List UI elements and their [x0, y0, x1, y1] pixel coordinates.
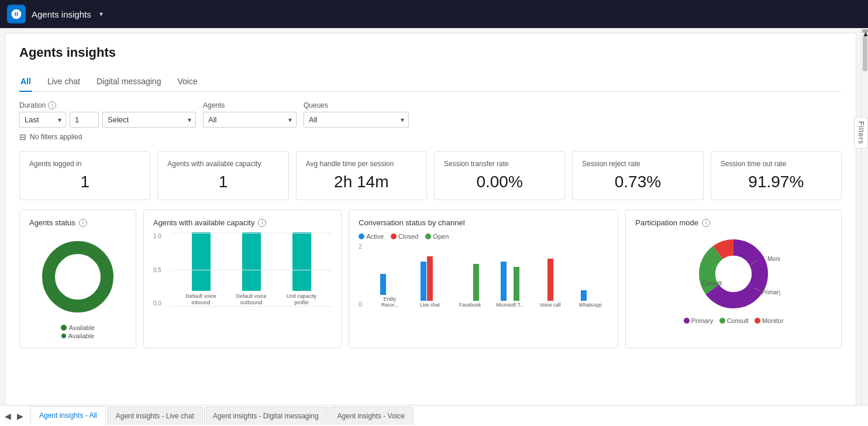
agents-label: Agents [203, 101, 297, 109]
participation-donut-svg: Monitor Consult Primary [687, 233, 780, 315]
queues-select[interactable]: All [304, 112, 409, 128]
legend-dot-monitor [755, 318, 760, 324]
kpi-avg-handle-value: 2h 14m [306, 173, 417, 191]
no-filters-bar: ⊟ No filters applied [19, 132, 842, 142]
conv-group-livechat: Live chat [412, 248, 449, 308]
conv-bar-livechat-closed [427, 256, 433, 301]
agents-select-wrapper: All [203, 112, 297, 128]
conv-label-teams: Microsoft T... [495, 302, 525, 308]
no-filters-text: No filters applied [30, 133, 82, 141]
conv-bar-teams-active [501, 262, 507, 301]
conv-bar-livechat-active [421, 262, 426, 301]
kpi-row: Agents logged in 1 Agents with available… [19, 151, 842, 200]
bottom-tab-all[interactable]: Agent insights - All [30, 406, 106, 425]
kpi-agents-logged-in-label: Agents logged in [29, 160, 140, 168]
conv-y-axis: 2 0 [359, 243, 369, 308]
tabs-bar: All Live chat Digital messaging Voice [19, 72, 842, 92]
conv-group-teams: Microsoft T... [492, 248, 529, 308]
chart-agents-capacity: Agents with available capacity i 1.0 0.5… [143, 209, 342, 348]
conv-bars-livechat [412, 248, 449, 301]
kpi-timeout-rate-value: 91.97% [721, 173, 832, 191]
duration-inputs: Last Select [19, 112, 196, 128]
conv-group-voice: Voice call [532, 248, 569, 308]
chart-capacity-info[interactable]: i [258, 219, 266, 227]
conv-group-whatsapp: WhatsApp [572, 248, 609, 308]
app-title: Agents insights [32, 9, 91, 19]
bottom-tabs-bar: ◀ ▶ Agent insights - All Agent insights … [0, 405, 868, 426]
duration-period-select[interactable]: Select [102, 112, 196, 128]
tab-voice[interactable]: Voice [176, 72, 198, 92]
participation-legend-monitor: Monitor [755, 317, 784, 324]
filters-side-tab[interactable]: Filters [854, 117, 868, 149]
conv-bars-teams [492, 248, 529, 301]
donut-agents-status: Available Available [29, 233, 126, 339]
duration-select-wrapper: Select [102, 112, 196, 128]
filter-agents: Agents All [203, 101, 297, 128]
queues-select-wrapper: All [304, 112, 409, 128]
conv-label-entity: Entity Recor... [374, 296, 405, 308]
bottom-tab-digital[interactable]: Agent insights - Digital messaging [204, 407, 328, 425]
kpi-timeout-rate: Session time out rate 91.97% [711, 151, 842, 200]
svg-point-1 [57, 256, 98, 297]
kpi-reject-rate: Session reject rate 0.73% [572, 151, 703, 200]
chart-agents-status: Agents status i Available Available [19, 209, 136, 348]
tab-all[interactable]: All [19, 72, 32, 92]
conv-bar-entity-active [380, 274, 386, 295]
conv-bar-facebook-open [473, 264, 479, 301]
kpi-agents-logged-in-value: 1 [29, 173, 140, 191]
duration-last-wrapper: Last [19, 112, 66, 128]
participation-label-consult: Consult [702, 280, 722, 287]
tab-livechat[interactable]: Live chat [46, 72, 81, 92]
donut-legend-available: Available [61, 324, 95, 331]
filters-row: Duration i Last Select [19, 101, 842, 128]
kpi-avg-handle: Avg handle time per session 2h 14m [296, 151, 427, 200]
tab-digital[interactable]: Digital messaging [95, 72, 163, 92]
chart-agents-status-title: Agents status i [29, 218, 126, 227]
conv-legend-closed: Closed [391, 233, 418, 240]
duration-info-icon[interactable]: i [48, 101, 56, 109]
bottom-nav-right[interactable]: ▶ [15, 410, 26, 422]
donut-svg-agents-status [34, 233, 122, 321]
kpi-agents-capacity: Agents with available capacity 1 [157, 151, 288, 200]
conv-bars-entity [371, 242, 408, 295]
duration-number-input[interactable] [70, 112, 99, 128]
page-title: Agents insights [19, 45, 842, 60]
conv-bars-facebook [452, 248, 488, 301]
duration-label: Duration i [19, 101, 196, 109]
queues-label: Queues [304, 101, 409, 109]
conv-group-facebook: Facebook [452, 248, 488, 308]
duration-last-select[interactable]: Last [19, 112, 66, 128]
participation-legend-consult: Consult [719, 317, 749, 324]
app-icon [7, 5, 26, 23]
bottom-nav-left[interactable]: ◀ [2, 410, 13, 422]
kpi-transfer-rate-value: 0.00% [444, 173, 555, 191]
capacity-grid [171, 233, 332, 307]
kpi-avg-handle-label: Avg handle time per session [306, 160, 417, 168]
chart-capacity-title: Agents with available capacity i [153, 218, 332, 227]
scrollbar-arrow-up[interactable]: ▲ [862, 29, 868, 33]
kpi-transfer-rate: Session transfer rate 0.00% [434, 151, 565, 200]
conv-bar-whatsapp-active [581, 290, 587, 301]
scrollbar-thumb[interactable] [863, 36, 867, 71]
conv-legend-open: Open [425, 233, 449, 240]
grid-line-mid [171, 270, 332, 270]
agents-select[interactable]: All [203, 112, 297, 128]
conv-legend: Active Closed Open [359, 233, 608, 240]
scrollbar[interactable]: ▲ [861, 28, 868, 426]
app-title-chevron[interactable]: ▾ [99, 10, 103, 18]
chart-participation-info[interactable]: i [702, 219, 710, 227]
filter-duration: Duration i Last Select [19, 101, 196, 128]
conv-bar-voice-closed [547, 259, 553, 301]
bottom-tab-voice[interactable]: Agent insights - Voice [329, 407, 414, 425]
grid-line-top [171, 233, 332, 233]
kpi-timeout-rate-label: Session time out rate [721, 160, 832, 168]
conv-bar-teams-open [514, 267, 519, 301]
conv-bars-area: Entity Recor... Live chat [371, 243, 608, 308]
bottom-tab-livechat[interactable]: Agent insights - Live chat [107, 407, 203, 425]
kpi-reject-rate-label: Session reject rate [582, 160, 693, 168]
conv-label-livechat: Live chat [415, 302, 445, 308]
legend-label-available: Available [69, 324, 95, 331]
legend-dot-available-2 [61, 334, 66, 338]
chart-agents-status-info[interactable]: i [79, 219, 87, 227]
kpi-agents-capacity-value: 1 [167, 173, 278, 191]
